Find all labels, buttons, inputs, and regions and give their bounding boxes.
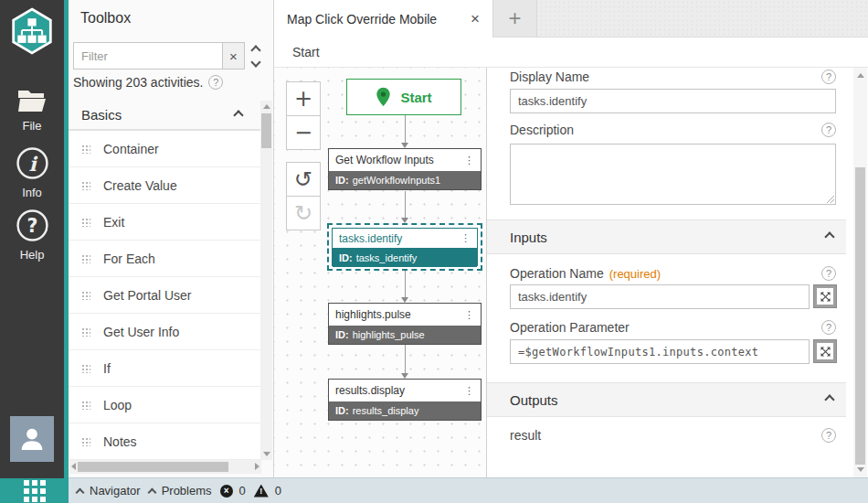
user-avatar-button[interactable] (10, 416, 54, 462)
output-result-label: result (510, 428, 541, 443)
scroll-left-arrow[interactable] (71, 463, 76, 470)
toolbox-item-notes[interactable]: Notes (69, 423, 262, 460)
scrollbar-thumb[interactable] (78, 462, 228, 472)
description-textarea[interactable] (510, 144, 836, 205)
chevron-up-icon (147, 487, 156, 497)
scrollbar-thumb[interactable] (855, 167, 865, 465)
node-results-display[interactable]: results.display ⋮ ID: results_display (328, 379, 482, 421)
toolbox-item-exit[interactable]: Exit (69, 204, 262, 241)
sidebar-item-info[interactable]: i Info (0, 146, 64, 199)
scrollbar-thumb[interactable] (261, 113, 271, 148)
scroll-up-arrow[interactable] (857, 73, 864, 78)
sidebar-item-help[interactable]: ? Help (0, 209, 64, 262)
open-expression-editor-button[interactable] (813, 339, 837, 363)
undo-button[interactable]: ↺ (286, 162, 321, 197)
collapse-expand-all-button[interactable] (252, 47, 259, 66)
help-icon[interactable]: ? (821, 70, 836, 84)
kebab-menu-icon[interactable]: ⋮ (464, 155, 474, 166)
operation-name-label: Operation Name (510, 266, 604, 281)
error-counter: × 0 (220, 484, 246, 498)
workflow-canvas[interactable]: + − ↺ ↻ Start Get Workflow Inputs ⋮ (274, 68, 487, 477)
expand-arrows-icon (820, 291, 831, 303)
error-icon: × (220, 485, 233, 498)
problems-toggle[interactable]: Problems (149, 484, 212, 498)
node-id-bar: ID: getWorkflowInputs1 (329, 171, 481, 189)
help-icon[interactable]: ? (821, 123, 836, 137)
toolbox-item-loop[interactable]: Loop (69, 387, 262, 423)
tab-title: Map Click Override Mobile (287, 12, 437, 27)
scroll-down-arrow[interactable] (263, 452, 270, 456)
toolbox-item-container[interactable]: Container (69, 131, 262, 167)
scroll-up-arrow[interactable] (263, 104, 270, 109)
scroll-down-arrow[interactable] (857, 467, 864, 472)
undo-icon: ↺ (294, 166, 312, 192)
drag-handle-icon (81, 218, 90, 227)
node-get-workflow-inputs[interactable]: Get Workflow Inputs ⋮ ID: getWorkflowInp… (328, 148, 482, 190)
flow-connector (401, 345, 409, 379)
new-tab-button[interactable]: + (493, 0, 537, 37)
scroll-right-arrow[interactable] (255, 463, 259, 470)
required-badge: (required) (609, 267, 661, 281)
open-expression-editor-button[interactable] (813, 284, 837, 308)
node-tasks-identify-selected[interactable]: tasks.identify ⋮ ID: tasks_identify (327, 223, 482, 271)
breadcrumb: Start (274, 37, 868, 68)
operation-name-row: Operation Name(required) ? (510, 265, 836, 282)
resize-handle[interactable] (826, 195, 834, 203)
node-title: Get Workflow Inputs (335, 154, 434, 166)
plus-icon: + (508, 5, 521, 31)
clear-filter-button[interactable]: × (222, 42, 245, 70)
description-label: Description (510, 123, 574, 137)
close-icon: × (229, 48, 238, 64)
toolbox-item-if[interactable]: If (69, 350, 262, 387)
toolbox-item-for-each[interactable]: For Each (69, 241, 262, 277)
section-header-basics[interactable]: Basics (69, 101, 262, 131)
breadcrumb-start[interactable]: Start (292, 45, 320, 59)
history-controls: ↺ ↻ (286, 162, 321, 230)
outputs-section-header[interactable]: Outputs (487, 382, 846, 417)
zoom-out-button[interactable]: − (286, 115, 321, 150)
node-id-bar: ID: results_display (329, 401, 481, 420)
flow-connector (401, 191, 409, 223)
operation-parameter-input[interactable] (510, 339, 810, 364)
display-name-input[interactable] (510, 89, 836, 113)
toolbox-item-get-portal-user[interactable]: Get Portal User (69, 277, 262, 314)
zoom-in-button[interactable]: + (286, 81, 321, 116)
redo-button[interactable]: ↻ (286, 196, 321, 230)
svg-text:i: i (28, 153, 37, 176)
toolbox-panel: Toolbox × Showing 203 activities. ? Basi… (69, 0, 274, 477)
flow-connector (401, 115, 409, 148)
help-icon[interactable]: ? (821, 320, 836, 335)
navigator-label: Navigator (90, 484, 141, 498)
editor-area: Map Click Override Mobile × + Start + − … (274, 0, 868, 477)
kebab-menu-icon[interactable]: ⋮ (464, 385, 474, 397)
close-tab-icon[interactable]: × (471, 10, 480, 28)
drag-handle-icon (81, 254, 90, 263)
toolbox-vertical-scrollbar[interactable] (260, 101, 272, 460)
panel-scrollbar[interactable] (853, 68, 867, 477)
filter-input[interactable] (73, 42, 222, 70)
toolbox-horizontal-scrollbar[interactable] (69, 460, 261, 474)
help-icon[interactable]: ? (208, 75, 223, 90)
start-node[interactable]: Start (346, 79, 461, 115)
app-launcher-button[interactable] (0, 478, 69, 503)
operation-name-input[interactable] (510, 284, 810, 309)
toolbox-item-get-user-info[interactable]: Get User Info (69, 314, 262, 350)
chevron-up-icon (76, 487, 85, 497)
help-icon[interactable]: ? (821, 266, 836, 281)
kebab-menu-icon[interactable]: ⋮ (460, 232, 471, 244)
toolbox-item-create-value[interactable]: Create Value (69, 167, 262, 204)
tab-map-click-override-mobile[interactable]: Map Click Override Mobile × (274, 0, 493, 37)
sidebar-item-file[interactable]: File (0, 89, 64, 133)
status-bar: Navigator Problems × 0 0 (69, 477, 868, 503)
warning-icon (254, 485, 269, 498)
node-title: tasks.identify (339, 232, 402, 245)
info-icon: i (16, 146, 49, 180)
activity-count-row: Showing 203 activities. ? (73, 75, 223, 90)
drag-handle-icon (81, 327, 90, 337)
navigator-toggle[interactable]: Navigator (77, 484, 141, 498)
app-logo[interactable] (10, 7, 54, 59)
inputs-section-header[interactable]: Inputs (487, 219, 846, 254)
kebab-menu-icon[interactable]: ⋮ (464, 309, 474, 321)
node-highlights-pulse[interactable]: highlights.pulse ⋮ ID: highlights_pulse (328, 303, 482, 345)
help-icon[interactable]: ? (821, 428, 836, 443)
